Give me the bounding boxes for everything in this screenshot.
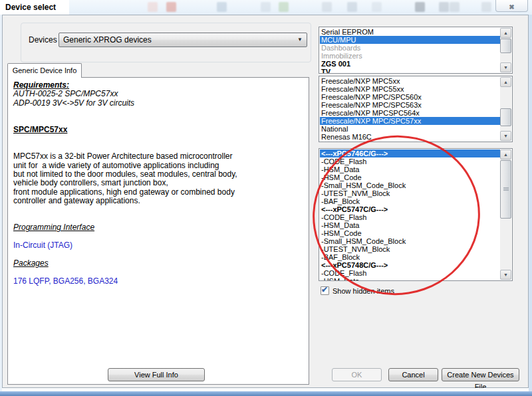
list-item[interactable]: Freescale/NXP MPC/SPC57xx (320, 117, 500, 125)
scroll-down-button[interactable]: ▼ (500, 131, 511, 141)
list-item[interactable]: Freescale/NXP MPC/SPC563x (320, 101, 500, 109)
list-item[interactable]: -HSM_Data (320, 277, 500, 280)
cancel-button[interactable]: Cancel (388, 368, 438, 381)
list-item[interactable]: -CODE_Flash (320, 157, 500, 165)
category-rows: Serial EEPROMMCU/MPUDashboardsImmobilize… (320, 28, 500, 73)
show-hidden-items-label: Show hidden items (332, 287, 394, 295)
list-item[interactable]: Renesas M16C (320, 133, 500, 141)
triangle-down-icon: ▼ (501, 63, 511, 72)
info-line: Programming Interface (13, 223, 305, 232)
background-toolbar-icon (347, 2, 357, 12)
triangle-up-icon: ▲ (501, 29, 511, 37)
info-line: controller and gateway applications. (13, 197, 305, 205)
dialog-titlebar: Device select ✖ (0, 0, 532, 15)
background-toolbar-icon (217, 2, 227, 12)
list-item[interactable]: -HSM_Code (320, 173, 500, 181)
scrollbar-thumb[interactable] (500, 160, 511, 219)
list-item[interactable]: Serial EEPROM (320, 28, 500, 36)
list-item[interactable]: -HSM_Code (320, 229, 500, 237)
scroll-down-button[interactable]: ▼ (500, 62, 511, 72)
window-edge-right (529, 15, 532, 392)
background-toolbar-icon (415, 2, 425, 12)
category-list: Serial EEPROMMCU/MPUDashboardsImmobilize… (319, 27, 513, 74)
scroll-up-button[interactable]: ▲ (500, 149, 511, 159)
list-item[interactable]: <---xPC5747C/G---> (320, 205, 500, 213)
info-line: Packages (13, 259, 305, 268)
family-scrollbar[interactable]: ▲ ▼ (500, 77, 511, 141)
triangle-down-icon: ▼ (501, 270, 511, 279)
scroll-up-button[interactable]: ▲ (500, 28, 511, 38)
tab-generic-device-info[interactable]: Generic Device Info (7, 63, 82, 78)
list-item[interactable]: -HSM_Data (320, 221, 500, 229)
thumb-grip-icon (503, 187, 509, 191)
device-info-panel: Requirements:AUTH-0025-2 SPC/MPC57xxADP-… (7, 77, 309, 385)
info-line: vehicle body controllers, smart junction… (13, 179, 305, 187)
list-item[interactable]: <---xPC5746C/G---> (320, 149, 500, 157)
list-item[interactable]: -HSM_Data (320, 165, 500, 173)
list-item[interactable]: -BAF_Block (320, 253, 500, 261)
background-toolbar-icon (166, 2, 176, 12)
view-full-info-button[interactable]: View Full Info (108, 368, 205, 381)
background-toolbar-icon (439, 2, 449, 12)
list-item[interactable]: Renesas M32C (320, 141, 500, 142)
list-item[interactable]: TV (320, 68, 500, 73)
device-list: <---xPC5746C/G--->-CODE_Flash-HSM_Data-H… (319, 148, 513, 281)
ok-button[interactable]: OK (332, 368, 382, 381)
triangle-up-icon: ▲ (501, 150, 511, 159)
info-line (13, 250, 305, 259)
list-item[interactable]: -UTEST_NVM_Block (320, 245, 500, 253)
create-new-devices-file-button[interactable]: Create New Devices File (442, 368, 519, 381)
info-line (13, 144, 305, 152)
list-item[interactable]: ZGS 001 (320, 60, 500, 68)
background-toolbar-icon (481, 2, 491, 12)
list-item[interactable]: Immobilizers (320, 52, 500, 60)
info-line (13, 206, 305, 215)
devices-file-combobox[interactable]: Generic XPROG devices ▼ (59, 33, 307, 47)
category-scrollbar[interactable]: ▲ ▼ (500, 28, 511, 72)
list-item[interactable]: -CODE_Flash (320, 269, 500, 277)
family-list: Freescale/NXP MPC5xxFreescale/NXP MPC55x… (319, 76, 513, 142)
scroll-up-button[interactable]: ▲ (500, 77, 511, 87)
family-rows: Freescale/NXP MPC5xxFreescale/NXP MPC55x… (320, 77, 500, 142)
window-bottom-glass-edge (0, 391, 532, 396)
scrollbar-thumb[interactable] (500, 108, 511, 126)
triangle-up-icon: ▲ (501, 78, 511, 86)
list-item[interactable]: Freescale/NXP MPCSPC564x (320, 109, 500, 117)
info-line: AUTH-0025-2 SPC/MPC57xx (13, 90, 305, 98)
info-line (13, 117, 305, 126)
close-button[interactable]: ✖ (495, 0, 528, 12)
list-item[interactable]: MCU/MPU (320, 36, 500, 44)
background-toolbar-icon (450, 2, 460, 12)
list-item[interactable]: National (320, 125, 500, 133)
background-toolbar-icon (322, 2, 332, 12)
list-item[interactable]: Dashboards (320, 44, 500, 52)
device-rows: <---xPC5746C/G--->-CODE_Flash-HSM_Data-H… (320, 149, 500, 280)
background-toolbar (69, 0, 532, 15)
list-item[interactable]: -CODE_Flash (320, 213, 500, 221)
list-item[interactable]: -Small_HSM_Code_Block (320, 181, 500, 189)
list-item[interactable]: -BAF_Block (320, 197, 500, 205)
info-line: SPC/MPC57xx (13, 126, 305, 134)
background-toolbar-icon (279, 2, 289, 12)
list-item[interactable]: Freescale/NXP MPC55xx (320, 85, 500, 93)
dialog-title: Device select (5, 3, 56, 12)
device-select-dialog: Devices file: Generic XPROG devices ▼ Ge… (2, 15, 529, 388)
list-item[interactable]: <---xPC5748C/G---> (320, 261, 500, 269)
info-line: ADP-0019 3V<->5V for 3V circuits (13, 99, 305, 108)
info-line: front module applications, high end gate… (13, 188, 305, 197)
info-line: but not limited to the door modules, sea… (13, 170, 305, 179)
list-item[interactable]: -UTEST_NVM_Block (320, 189, 500, 197)
background-toolbar-icon (261, 2, 271, 12)
tab-label: Generic Device Info (13, 66, 77, 74)
device-scrollbar[interactable]: ▲ ▼ (500, 149, 511, 280)
show-hidden-items-checkbox[interactable]: ✔ (321, 286, 329, 295)
scroll-down-button[interactable]: ▼ (500, 270, 511, 280)
info-line (13, 108, 305, 116)
info-line (13, 215, 305, 223)
scrollbar-thumb[interactable] (500, 39, 511, 53)
list-item[interactable]: -Small_HSM_Code_Block (320, 237, 500, 245)
background-toolbar-icon (372, 2, 382, 12)
list-item[interactable]: Freescale/NXP MPC5xx (320, 77, 500, 85)
list-item[interactable]: Freescale/NXP MPC/SPC560x (320, 93, 500, 101)
info-line: MPC57xx is a 32-bit Power Architecture b… (13, 152, 305, 161)
